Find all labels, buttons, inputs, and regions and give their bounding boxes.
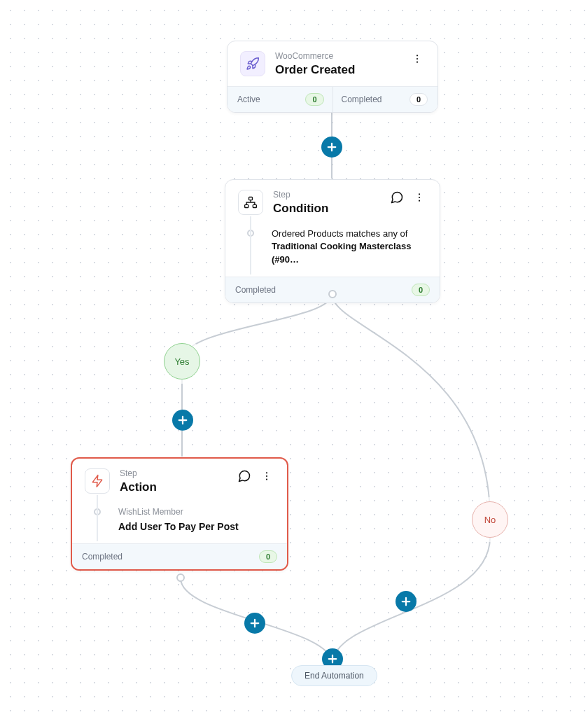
condition-rule-text: Ordered Products matches any of Traditio… [272, 228, 427, 267]
condition-card[interactable]: Step Condition Ordered Products matches … [225, 179, 440, 303]
add-step-button[interactable] [396, 591, 416, 612]
svg-rect-5 [253, 204, 256, 207]
add-step-button[interactable] [172, 410, 193, 431]
svg-point-1 [416, 58, 418, 60]
more-icon[interactable] [259, 468, 274, 484]
more-icon[interactable] [410, 51, 425, 67]
completed-count: 0 [412, 284, 430, 296]
completed-label: Completed [82, 552, 122, 562]
active-count: 0 [305, 93, 323, 106]
rocket-icon [240, 51, 265, 76]
comment-icon[interactable] [389, 190, 405, 205]
action-provider-label: WishList Member [118, 506, 274, 518]
svg-rect-3 [249, 197, 253, 200]
action-name: Add User To Pay Per Post [118, 520, 274, 534]
svg-point-8 [419, 200, 420, 202]
action-output-port [176, 573, 185, 582]
action-eyebrow: Step [120, 468, 237, 478]
completed-count: 0 [410, 93, 428, 106]
node-vertical-line [97, 495, 98, 541]
branch-yes[interactable]: Yes [164, 343, 200, 380]
svg-point-10 [266, 475, 267, 477]
condition-output-port [328, 290, 337, 298]
completed-count: 0 [259, 550, 277, 563]
svg-point-2 [416, 62, 418, 63]
end-automation-pill[interactable]: End Automation [291, 665, 377, 686]
bolt-icon [85, 468, 110, 494]
action-title: Action [120, 480, 237, 494]
sitemap-icon [238, 190, 263, 215]
trigger-eyebrow: WooCommerce [275, 51, 410, 61]
svg-point-9 [266, 472, 267, 473]
completed-label: Completed [342, 95, 382, 104]
add-step-button[interactable] [244, 613, 265, 634]
branch-no[interactable]: No [472, 501, 508, 538]
more-icon[interactable] [412, 190, 427, 205]
svg-point-0 [416, 55, 418, 56]
node-vertical-line [250, 216, 251, 274]
svg-point-7 [419, 197, 420, 198]
condition-eyebrow: Step [273, 190, 389, 200]
svg-point-6 [419, 193, 420, 195]
svg-point-11 [266, 479, 267, 480]
action-card[interactable]: Step Action WishList Member Add User To … [71, 457, 288, 571]
comment-icon[interactable] [237, 468, 252, 484]
footer-divider [332, 87, 333, 112]
add-step-button[interactable] [321, 137, 342, 158]
svg-rect-4 [245, 204, 248, 207]
trigger-card[interactable]: WooCommerce Order Created Active 0 Compl… [227, 41, 438, 113]
active-label: Active [237, 95, 260, 104]
completed-label: Completed [235, 285, 276, 295]
condition-title: Condition [273, 201, 389, 216]
trigger-title: Order Created [275, 62, 410, 77]
